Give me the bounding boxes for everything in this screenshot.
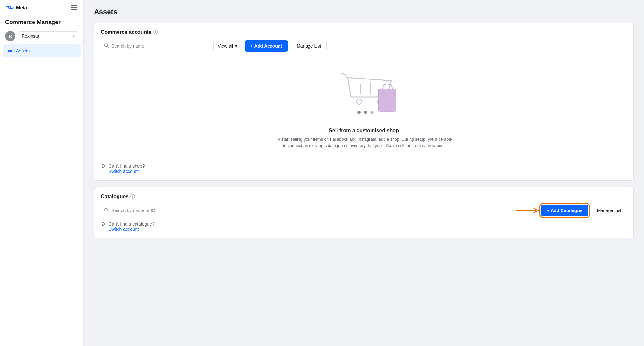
svg-rect-5 [8, 51, 9, 52]
manage-list-label: Manage List [297, 43, 321, 49]
manage-list-button[interactable]: Manage List [291, 41, 327, 51]
svg-rect-26 [103, 226, 104, 226]
avatar: R [5, 31, 15, 41]
hamburger-line-2 [71, 7, 77, 8]
sidebar-item-label-assets: Assets [16, 48, 30, 53]
catalogues-manage-list-label: Manage List [597, 208, 621, 213]
catalogues-search-input[interactable] [101, 205, 210, 216]
page-title: Assets [94, 8, 634, 16]
svg-rect-20 [103, 167, 104, 168]
orange-arrow-icon [515, 206, 541, 215]
assets-icon [8, 48, 13, 54]
sidebar-header: Meta [0, 0, 83, 15]
svg-rect-21 [103, 168, 104, 168]
commerce-accounts-info-icon[interactable]: ⓘ [153, 29, 158, 35]
commerce-accounts-hint-content: Can't find a shop? Switch account [109, 164, 145, 174]
catalogues-info-icon[interactable]: ⓘ [130, 194, 135, 200]
svg-line-7 [107, 46, 109, 48]
commerce-accounts-hint-row: Can't find a shop? Switch account [101, 164, 627, 174]
svg-point-18 [364, 111, 367, 114]
hamburger-button[interactable] [70, 4, 78, 11]
commerce-accounts-title: Commerce accounts [101, 29, 151, 35]
catalogues-lightbulb-icon [101, 222, 106, 228]
hamburger-line-1 [71, 5, 77, 6]
add-catalogue-button[interactable]: + Add Catalogue [541, 205, 588, 216]
svg-rect-3 [8, 49, 9, 49]
meta-logo: Meta [5, 5, 27, 10]
meta-logo-icon [5, 5, 14, 10]
view-all-chevron-icon: ▾ [235, 43, 237, 49]
catalogues-hint-text: Can't find a catalogue? [109, 221, 155, 227]
commerce-accounts-empty-desc: To start selling your items on Facebook … [274, 136, 454, 149]
svg-line-23 [107, 211, 109, 212]
lightbulb-icon [101, 164, 106, 170]
add-account-button[interactable]: + Add Account [245, 40, 288, 52]
account-selector: R Rexinsta ▾ [0, 28, 83, 44]
catalogues-search-icon [104, 208, 109, 213]
catalogues-title: Catalogues [101, 194, 128, 200]
app-title: Commerce Manager [0, 15, 83, 28]
commerce-accounts-empty-title: Sell from a customised shop [329, 128, 399, 134]
add-catalogue-annotated: + Add Catalogue [515, 205, 588, 216]
svg-rect-25 [103, 225, 104, 226]
cart-illustration [328, 65, 399, 123]
svg-rect-0 [9, 49, 12, 49]
commerce-accounts-hint-text: Can't find a shop? [109, 164, 145, 169]
catalogues-toolbar: + Add Catalogue Manage List [101, 205, 627, 216]
svg-point-19 [370, 111, 374, 114]
catalogues-hint-row: Can't find a catalogue? Switch account [101, 221, 627, 232]
commerce-accounts-toolbar: View all ▾ + Add Account Manage List [101, 40, 627, 52]
add-catalogue-label: + Add Catalogue [547, 208, 582, 213]
catalogues-manage-list-button[interactable]: Manage List [592, 205, 627, 216]
hamburger-line-3 [71, 9, 77, 10]
main-content: Assets Commerce accounts ⓘ View all ▾ [84, 0, 644, 346]
search-icon [104, 43, 109, 49]
catalogues-search-wrapper [101, 205, 210, 216]
catalogues-hint-content: Can't find a catalogue? Switch account [109, 221, 155, 232]
view-all-dropdown[interactable]: View all ▾ [213, 41, 242, 51]
svg-rect-13 [378, 89, 396, 111]
commerce-accounts-card: Commerce accounts ⓘ View all ▾ + Add Acc… [94, 23, 634, 181]
chevron-down-icon: ▾ [73, 34, 75, 38]
add-account-label: + Add Account [251, 43, 282, 49]
catalogues-header: Catalogues ⓘ [101, 194, 627, 200]
commerce-accounts-header: Commerce accounts ⓘ [101, 29, 627, 35]
commerce-accounts-search-wrapper [101, 41, 210, 51]
commerce-accounts-switch-link[interactable]: Switch account [109, 169, 139, 174]
svg-rect-1 [9, 50, 12, 51]
sidebar-item-assets[interactable]: Assets [3, 44, 81, 57]
svg-rect-2 [9, 51, 12, 52]
account-name: Rexinsta [22, 33, 39, 39]
catalogues-card: Catalogues ⓘ [94, 187, 634, 238]
commerce-accounts-search-input[interactable] [101, 41, 210, 51]
catalogues-switch-link[interactable]: Switch account [109, 227, 139, 232]
sidebar: Meta Commerce Manager R Rexinsta ▾ [0, 0, 84, 346]
svg-rect-4 [8, 50, 9, 51]
svg-point-17 [357, 111, 361, 114]
commerce-accounts-empty-state: Sell from a customised shop To start sel… [101, 58, 627, 158]
view-all-label: View all [218, 43, 233, 49]
svg-point-8 [356, 99, 362, 104]
meta-logo-text: Meta [16, 5, 27, 10]
account-dropdown[interactable]: Rexinsta ▾ [18, 31, 78, 41]
